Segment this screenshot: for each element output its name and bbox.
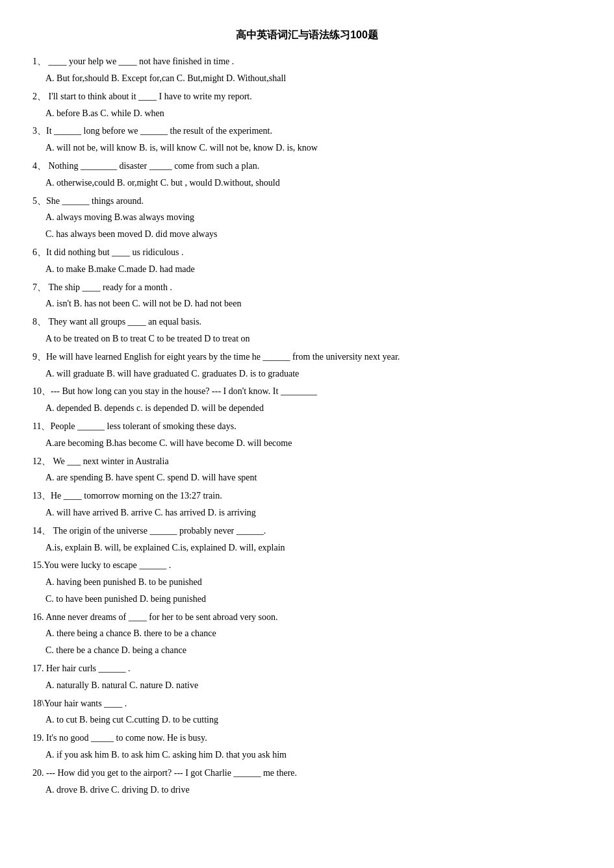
options-line: A. drove B. drive C. driving D. to drive — [45, 782, 582, 798]
question-text: 13、He ____ tomorrow morning on the 13:27… — [32, 488, 582, 504]
options-line: A. will have arrived B. arrive C. has ar… — [45, 505, 582, 521]
options-line: A. isn't B. has not been C. will not be … — [45, 296, 582, 312]
question-text: 14、 The origin of the universe ______ pr… — [32, 523, 582, 539]
options-line: A.is, explain B. will, be explained C.is… — [45, 540, 582, 556]
options-line: A to be treated on B to treat C to be tr… — [45, 331, 582, 347]
question-block: 3、It ______ long before we ______ the re… — [32, 123, 582, 156]
options-line: A.are becoming B.has become C. will have… — [45, 436, 582, 451]
question-block: 17. Her hair curls ______ .A. naturally … — [32, 661, 582, 693]
question-block: 16. Anne never dreams of ____ for her to… — [32, 610, 582, 658]
question-text: 1、 ____ your help we ____ not have finis… — [32, 54, 582, 69]
question-text: 11、People ______ less tolerant of smokin… — [32, 419, 582, 434]
options-line-1: A. always moving B.was always moving — [45, 210, 582, 225]
question-text: 6、It did nothing but ____ us ridiculous … — [32, 245, 582, 260]
question-text: 17. Her hair curls ______ . — [32, 661, 582, 676]
question-block: 12、 We ___ next winter in AustraliaA. ar… — [32, 454, 582, 486]
question-block: 2、 I'll start to think about it ____ I h… — [32, 89, 582, 121]
question-block: 1、 ____ your help we ____ not have finis… — [32, 54, 582, 86]
options-line-2: C. to have been punished D. being punish… — [45, 591, 582, 607]
options-line: A. naturally B. natural C. nature D. nat… — [45, 678, 582, 693]
question-text: 18\Your hair wants ____ . — [32, 696, 582, 712]
page-title: 高中英语词汇与语法练习100题 — [32, 26, 582, 43]
question-block: 8、 They want all groups ____ an equal ba… — [32, 314, 582, 347]
options-line: A. But for,should B. Except for,can C. B… — [45, 71, 582, 86]
options-line: A. will not be, will know B. is, will kn… — [45, 140, 582, 156]
question-text: 15.You were lucky to escape ______ . — [32, 558, 582, 573]
question-text: 10、--- But how long can you stay in the … — [32, 384, 582, 399]
question-block: 6、It did nothing but ____ us ridiculous … — [32, 245, 582, 277]
question-block: 7、 The ship ____ ready for a month .A. i… — [32, 280, 582, 312]
options-line: A. depended B. depends c. is depended D.… — [45, 401, 582, 416]
question-text: 19. It's no good _____ to come now. He i… — [32, 730, 582, 746]
question-text: 4、 Nothing ________ disaster _____ come … — [32, 158, 582, 174]
options-line-2: C. there be a chance D. being a chance — [45, 643, 582, 658]
question-block: 10、--- But how long can you stay in the … — [32, 384, 582, 416]
options-line: A. will graduate B. will have graduated … — [45, 366, 582, 382]
question-text: 5、She ______ things around. — [32, 193, 582, 209]
question-text: 12、 We ___ next winter in Australia — [32, 454, 582, 469]
question-block: 11、People ______ less tolerant of smokin… — [32, 419, 582, 451]
options-line: A. to make B.make C.made D. had made — [45, 262, 582, 277]
options-line-1: A. having been punished B. to be punishe… — [45, 575, 582, 590]
question-text: 3、It ______ long before we ______ the re… — [32, 123, 582, 139]
options-line: A. to cut B. being cut C.cutting D. to b… — [45, 712, 582, 728]
options-line-1: A. there being a chance B. there to be a… — [45, 626, 582, 641]
question-text: 9、He will have learned English for eight… — [32, 349, 582, 365]
question-block: 14、 The origin of the universe ______ pr… — [32, 523, 582, 556]
question-block: 4、 Nothing ________ disaster _____ come … — [32, 158, 582, 191]
question-block: 9、He will have learned English for eight… — [32, 349, 582, 382]
question-block: 18\Your hair wants ____ .A. to cut B. be… — [32, 696, 582, 728]
question-block: 19. It's no good _____ to come now. He i… — [32, 730, 582, 763]
question-text: 7、 The ship ____ ready for a month . — [32, 280, 582, 295]
options-line: A. are spending B. have spent C. spend D… — [45, 470, 582, 486]
question-block: 15.You were lucky to escape ______ .A. h… — [32, 558, 582, 606]
question-block: 20. --- How did you get to the airport? … — [32, 765, 582, 798]
options-line-2: C. has always been moved D. did move alw… — [45, 227, 582, 242]
question-text: 2、 I'll start to think about it ____ I h… — [32, 89, 582, 105]
question-text: 8、 They want all groups ____ an equal ba… — [32, 314, 582, 330]
question-block: 13、He ____ tomorrow morning on the 13:27… — [32, 488, 582, 521]
question-text: 16. Anne never dreams of ____ for her to… — [32, 610, 582, 625]
options-line: A. before B.as C. while D. when — [45, 106, 582, 121]
options-line: A. otherwise,could B. or,might C. but , … — [45, 175, 582, 191]
options-line: A. if you ask him B. to ask him C. askin… — [45, 747, 582, 763]
question-block: 5、She ______ things around.A. always mov… — [32, 193, 582, 242]
question-text: 20. --- How did you get to the airport? … — [32, 765, 582, 781]
